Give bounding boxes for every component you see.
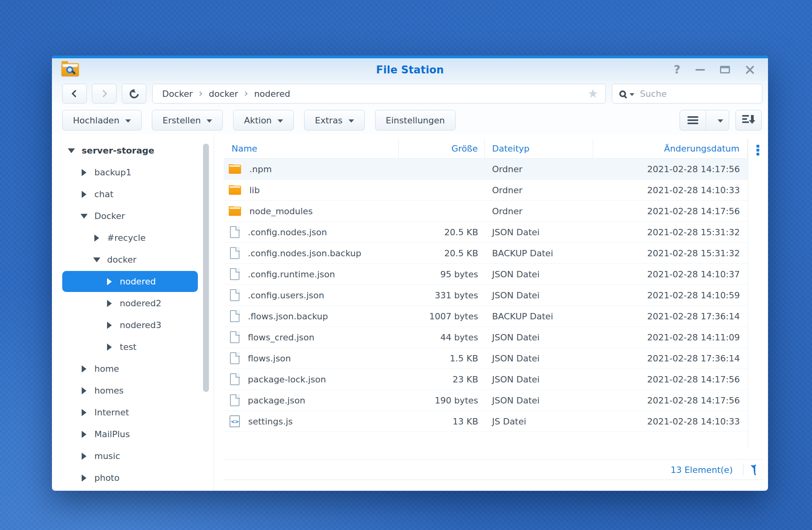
chevron-right-icon[interactable]: [80, 387, 88, 394]
breadcrumb[interactable]: Docker › docker › nodered ★: [152, 84, 606, 104]
table-gutter-divider: [748, 139, 748, 449]
list-view-segment[interactable]: [680, 110, 706, 130]
table-row[interactable]: flows.json 1.5 KB JSON Datei 2021-02-28 …: [224, 348, 748, 369]
table-row[interactable]: .config.users.json 331 bytes JSON Datei …: [224, 285, 748, 306]
chevron-right-icon[interactable]: [92, 234, 101, 242]
file-modified: 2021-02-28 14:17:56: [593, 206, 748, 216]
back-button[interactable]: [62, 84, 87, 104]
table-row[interactable]: .config.nodes.json 20.5 KB JSON Datei 20…: [224, 222, 748, 243]
breadcrumb-item-docker[interactable]: Docker: [162, 89, 193, 99]
chevron-down-icon[interactable]: [92, 257, 101, 262]
table-row[interactable]: node_modules Ordner 2021-02-28 14:17:56: [224, 201, 748, 222]
column-header-size[interactable]: Größe: [399, 139, 485, 158]
search-input[interactable]: [639, 88, 756, 99]
sidebar-item-backup1[interactable]: backup1: [52, 161, 214, 183]
sidebar-item-label: homes: [94, 386, 124, 396]
column-header-type[interactable]: Dateityp: [485, 139, 593, 158]
upload-button-label: Hochladen: [73, 115, 119, 125]
chevron-right-icon[interactable]: [105, 278, 114, 285]
sidebar-item-label: Internet: [94, 407, 129, 417]
sidebar-item-label: home: [94, 364, 119, 374]
table-row[interactable]: lib Ordner 2021-02-28 14:10:33: [224, 180, 748, 201]
sidebar-item-photo[interactable]: photo: [52, 467, 214, 489]
file-type: JSON Datei: [485, 396, 593, 405]
help-icon[interactable]: ?: [674, 64, 680, 75]
breadcrumb-item-docker-sub[interactable]: docker: [209, 89, 238, 99]
search-box[interactable]: [612, 84, 762, 104]
chevron-right-icon[interactable]: [80, 365, 88, 373]
sidebar-item-home[interactable]: home: [52, 358, 214, 380]
view-mode-caret[interactable]: [712, 110, 729, 130]
file-modified: 2021-02-28 14:10:33: [593, 417, 748, 426]
sidebar-item-label: backup1: [94, 167, 132, 177]
sidebar-item-docker-share[interactable]: Docker: [52, 205, 214, 227]
chevron-down-icon[interactable]: [67, 148, 76, 153]
chevron-right-icon[interactable]: [80, 474, 88, 482]
file-modified: 2021-02-28 14:17:56: [593, 374, 748, 384]
chevron-down-icon[interactable]: [80, 214, 88, 219]
content-area: server-storage backup1 chat Docker #recy…: [52, 134, 768, 491]
sort-descending-icon: [742, 115, 755, 125]
file-size: 44 bytes: [399, 332, 485, 342]
table-row[interactable]: .config.nodes.json.backup 20.5 KB BACKUP…: [224, 243, 748, 264]
file-type: JSON Datei: [485, 227, 593, 237]
table-row[interactable]: .npm Ordner 2021-02-28 14:17:56: [224, 159, 748, 180]
close-icon[interactable]: [745, 65, 755, 75]
create-button[interactable]: Erstellen: [152, 110, 223, 131]
sidebar-item-chat[interactable]: chat: [52, 183, 214, 205]
table-row[interactable]: .flows.json.backup 1007 bytes BACKUP Dat…: [224, 306, 748, 327]
table-row[interactable]: .config.runtime.json 95 bytes JSON Datei…: [224, 264, 748, 285]
sort-button[interactable]: [735, 110, 762, 131]
chevron-down-icon: [718, 119, 723, 123]
sidebar-item-nodered2[interactable]: nodered2: [52, 292, 214, 314]
sidebar-item-server-storage[interactable]: server-storage: [52, 140, 214, 161]
sidebar-item-music[interactable]: music: [52, 445, 214, 467]
file-name: package-lock.json: [248, 374, 326, 384]
sidebar-item-recycle[interactable]: #recycle: [52, 227, 214, 249]
file-icon: [230, 247, 239, 259]
sidebar-item-homes[interactable]: homes: [52, 380, 214, 401]
title-bar[interactable]: File Station ?: [52, 58, 768, 81]
column-options-icon[interactable]: [756, 145, 759, 156]
chevron-right-icon[interactable]: [105, 322, 114, 329]
sidebar-item-nodered3[interactable]: nodered3: [52, 314, 214, 336]
refresh-button[interactable]: [122, 84, 146, 104]
breadcrumb-item-nodered[interactable]: nodered: [254, 89, 290, 99]
table-row[interactable]: package-lock.json 23 KB JSON Datei 2021-…: [224, 369, 748, 390]
window-top-accent: [52, 56, 768, 58]
chevron-right-icon[interactable]: [80, 191, 88, 198]
table-row[interactable]: flows_cred.json 44 bytes JSON Datei 2021…: [224, 327, 748, 348]
chevron-right-icon[interactable]: [80, 169, 88, 176]
sidebar-item-nodered[interactable]: nodered: [52, 271, 214, 292]
chevron-right-icon[interactable]: [80, 431, 88, 438]
sidebar-item-docker-folder[interactable]: docker: [52, 249, 214, 271]
sidebar-item-internet[interactable]: Internet: [52, 401, 214, 423]
settings-button[interactable]: Einstellungen: [375, 110, 456, 131]
file-size: 23 KB: [399, 374, 485, 384]
chevron-right-icon[interactable]: [80, 453, 88, 460]
forward-button[interactable]: [92, 84, 117, 104]
chevron-right-icon[interactable]: [105, 300, 114, 307]
column-header-modified[interactable]: Änderungsdatum: [593, 139, 748, 158]
sidebar-item-mailplus[interactable]: MailPlus: [52, 423, 214, 445]
search-options-caret-icon[interactable]: [630, 93, 634, 96]
table-row[interactable]: <>settings.js 13 KB JS Datei 2021-02-28 …: [224, 411, 748, 432]
file-icon: [230, 352, 239, 364]
chevron-right-icon[interactable]: [105, 344, 114, 351]
refresh-list-button[interactable]: [754, 466, 757, 474]
tools-button[interactable]: Extras: [304, 110, 365, 131]
action-button[interactable]: Aktion: [233, 110, 294, 131]
table-row[interactable]: package.json 190 bytes JSON Datei 2021-0…: [224, 390, 748, 411]
favorite-star-icon[interactable]: ★: [588, 88, 598, 100]
column-header-name[interactable]: Name: [224, 139, 399, 158]
sidebar-item-test[interactable]: test: [52, 336, 214, 358]
view-mode-button[interactable]: [680, 110, 729, 131]
maximize-icon[interactable]: [720, 66, 730, 73]
file-icon: [230, 373, 239, 385]
sidebar-scrollbar[interactable]: [203, 144, 209, 392]
file-size: 20.5 KB: [399, 248, 485, 258]
chevron-right-icon[interactable]: [80, 409, 88, 416]
upload-button[interactable]: Hochladen: [62, 110, 142, 131]
minimize-icon[interactable]: [695, 69, 705, 71]
file-name: node_modules: [249, 206, 313, 216]
